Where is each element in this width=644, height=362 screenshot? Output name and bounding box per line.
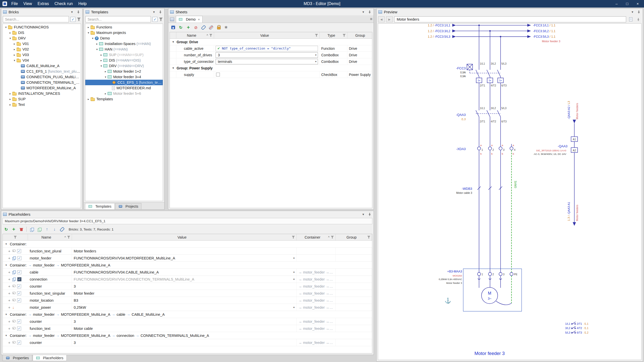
param-group-row[interactable]: ▾Group: Drive	[170, 39, 372, 45]
expander-open-icon[interactable]: ▾	[12, 59, 17, 62]
bricks-tree-item[interactable]: ▸INSTALLATION_SPACES	[3, 91, 81, 96]
bricks-tree-item[interactable]: ▸V02	[3, 47, 81, 52]
preview-selector[interactable]: Motor feeders	[394, 16, 626, 22]
templates-tree-item[interactable]: ▸Motor feeder 1+2	[85, 69, 163, 74]
filter-icon[interactable]	[343, 34, 346, 37]
container-section-row[interactable]: ▾Container:→motor_feeder→MOTORFEEDER_Mul…	[3, 311, 372, 318]
column-header-group[interactable]: Group	[347, 32, 372, 38]
gear-icon[interactable]	[223, 24, 229, 31]
tab-demo[interactable]: Demo	[176, 16, 203, 23]
add-icon[interactable]: +	[8, 277, 11, 281]
templates-tree-item[interactable]: ▸Installation-Spaces (==HAN)	[85, 41, 163, 47]
expander-closed-icon[interactable]: ▸	[12, 53, 17, 57]
templates-tree-item[interactable]: ▾Motor feeder 3+4	[85, 74, 163, 80]
bricks-tree-item[interactable]: ▸Text	[3, 102, 81, 107]
comment-icon[interactable]	[12, 327, 16, 329]
maximize-button[interactable]: □	[622, 0, 632, 8]
link-broken-icon[interactable]	[208, 24, 214, 31]
checkbox-checked-icon[interactable]: ✓	[17, 298, 21, 302]
comment-icon[interactable]	[12, 292, 16, 294]
templates-tree-item[interactable]: MOTORFEEDER.md	[85, 85, 163, 91]
checkbox-checked-icon[interactable]: ✓	[17, 320, 21, 324]
expander-closed-icon[interactable]: ▸	[103, 70, 108, 73]
search-options-toggle[interactable]	[152, 17, 157, 22]
down-arrow-icon[interactable]: ↓	[12, 305, 14, 309]
link-icon[interactable]	[200, 24, 207, 31]
bricks-tree-item[interactable]: ▾DRV	[3, 35, 81, 41]
refresh-icon[interactable]	[3, 226, 10, 233]
add-icon[interactable]: +	[8, 249, 11, 253]
move-down-icon[interactable]	[51, 226, 58, 233]
placeholder-row[interactable]: +✓function_text_singularMotor feeder→ mo…	[3, 290, 372, 297]
comment-icon[interactable]	[12, 285, 16, 287]
menu-help[interactable]: Help	[75, 0, 89, 8]
menu-file[interactable]: File	[9, 0, 21, 8]
add-icon[interactable]: +	[8, 270, 11, 274]
add-icon[interactable]: +	[8, 305, 11, 309]
menu-extras[interactable]: Extras	[35, 0, 52, 8]
bricks-tree-item[interactable]: CC1_EFS_1 [function_text_plural3]	[3, 69, 81, 74]
expander-closed-icon[interactable]: ▸	[8, 103, 12, 106]
templates-tree-item[interactable]: ▾Demo	[85, 35, 163, 41]
page-icon[interactable]	[628, 16, 634, 22]
filter-icon[interactable]	[331, 236, 334, 239]
pin-icon[interactable]	[76, 10, 80, 14]
bricks-tree-item[interactable]: CONNECTION_PLUG_MultiLine_A	[3, 74, 81, 80]
refresh-icon[interactable]	[177, 24, 184, 31]
filter-icon[interactable]	[209, 34, 212, 37]
column-header-group[interactable]: Group	[336, 234, 372, 240]
param-row[interactable]: supplyCheckBoxPower Supply	[170, 71, 372, 78]
comment-icon[interactable]	[12, 299, 16, 301]
chevron-down-icon[interactable]: ▾	[630, 10, 635, 14]
expander-open-icon[interactable]: ▾	[99, 64, 103, 68]
container-section-row[interactable]: ▾Container:→motor_feeder→MOTORFEEDER_Mul…	[3, 262, 372, 269]
pin-icon[interactable]	[636, 10, 641, 14]
placeholder-row[interactable]: +↓motor_power0,25kW▾→ motor_feeder → MOT…	[3, 304, 372, 311]
close-icon[interactable]	[198, 18, 200, 21]
bricks-tree-item[interactable]: CONNECTION_TERMINALS_MultiLine_A	[3, 80, 81, 85]
move-up-icon[interactable]	[44, 226, 50, 233]
column-header-container[interactable]: Container	[297, 234, 336, 240]
placeholder-row[interactable]: +✓connectionFUNCTIONMACROS/DRV/V04.CONNE…	[3, 276, 372, 283]
tab-templates[interactable]: Templates	[85, 203, 115, 209]
expander-open-icon[interactable]: ▾	[4, 313, 8, 316]
expander-closed-icon[interactable]: ▸	[95, 42, 99, 46]
column-header-value[interactable]: Value	[214, 32, 320, 38]
placeholder-row[interactable]: +✓function_textMotor cable→ motor_feeder…	[3, 325, 372, 332]
column-header-value[interactable]: Value	[72, 234, 297, 240]
filter-icon[interactable]	[14, 236, 17, 239]
bricks-tree-item[interactable]: ▸DIS	[3, 30, 81, 35]
copy-icon[interactable]	[28, 226, 35, 233]
minimize-button[interactable]: –	[611, 0, 622, 8]
filter-icon[interactable]	[67, 236, 70, 239]
checkbox-checked-icon[interactable]: ✓	[17, 256, 21, 260]
block-icon[interactable]	[192, 24, 199, 31]
checkbox-checked-icon[interactable]: ✓	[17, 277, 21, 281]
expander-open-icon[interactable]: ▾	[4, 242, 8, 246]
checkbox-checked-icon[interactable]: ✓	[17, 249, 21, 253]
expander-closed-icon[interactable]: ▸	[103, 92, 108, 95]
menu-check-run[interactable]: Check run	[52, 0, 76, 8]
bricks-tree-item[interactable]: ▸V01	[3, 41, 81, 47]
filter-icon[interactable]	[77, 18, 81, 21]
expander-open-icon[interactable]: ▾	[4, 334, 8, 337]
expander-closed-icon[interactable]: ▸	[8, 92, 12, 95]
placeholder-row[interactable]: +✓counter3→ motor_feeder → MOTOR…	[3, 318, 372, 325]
add-icon[interactable]: +	[8, 326, 11, 331]
placeholder-row[interactable]: +✓motor_locationB3→ motor_feeder → MOTOR…	[3, 297, 372, 304]
templates-tree-item[interactable]: ▸Motor feeder 5+6	[85, 91, 163, 96]
bricks-tree-item[interactable]: ▸V03	[3, 52, 81, 58]
templates-tree-item[interactable]: ▸Functions	[85, 24, 163, 30]
templates-tree-item[interactable]: ▸SUP (==HAN==SUP)	[85, 52, 163, 58]
templates-tree-item[interactable]: ▸Templates	[85, 96, 163, 102]
param-row[interactable]: type_of_connectionterminals▾ComboBoxDriv…	[170, 58, 372, 65]
filter-icon[interactable]	[315, 34, 318, 37]
tab-projects[interactable]: Projects	[115, 203, 142, 209]
param-group-row[interactable]: ▾Group: Power Supply	[170, 65, 372, 71]
pin-icon[interactable]	[367, 213, 372, 216]
expander-open-icon[interactable]: ▾	[95, 48, 99, 51]
bricks-tree-item[interactable]: ▸SUP	[3, 96, 81, 102]
expander-open-icon[interactable]: ▾	[86, 31, 91, 34]
tab-properties[interactable]: Properties	[3, 355, 32, 361]
add-icon[interactable]: +	[8, 284, 11, 288]
